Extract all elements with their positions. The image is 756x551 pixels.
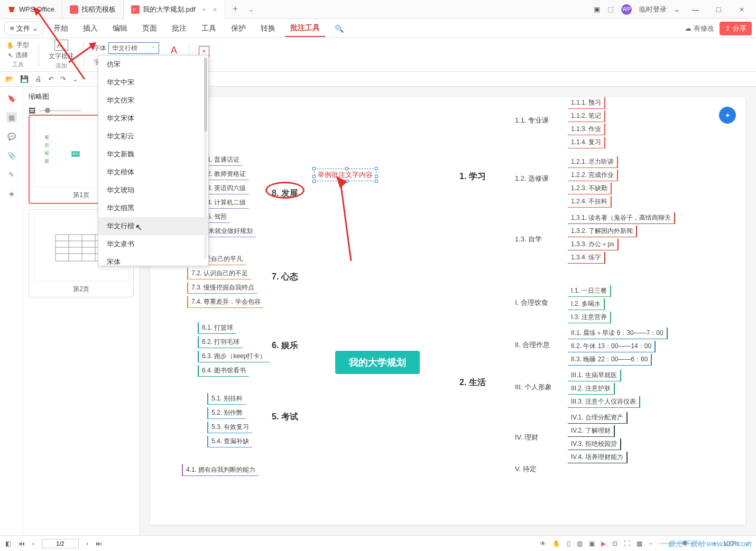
close-button[interactable]: ×: [734, 5, 750, 14]
menu-annotation-tools[interactable]: 批注工具: [285, 20, 325, 37]
font-family-combo[interactable]: 华文行楷 ⌃: [108, 42, 159, 54]
share-label: 分享: [733, 24, 746, 33]
assist-button[interactable]: ✦: [719, 107, 736, 124]
sub-label: 1.2. 选修课: [515, 174, 549, 183]
maximize-button[interactable]: □: [711, 5, 726, 14]
sync-label: 有修改: [694, 24, 714, 33]
leaf: IV.4. 培养理财能力: [568, 452, 628, 463]
last-page-icon[interactable]: ⏭: [96, 540, 102, 547]
tab-document[interactable]: P 我的大学规划.pdf • ×: [124, 0, 225, 19]
menu-tools[interactable]: 工具: [196, 21, 222, 36]
leaf: 7.4. 尊重差异，学会包容: [187, 296, 264, 308]
layout-icon[interactable]: ▣: [594, 5, 600, 13]
topic-6: 6. 娱乐: [272, 340, 298, 351]
open-icon[interactable]: 📂: [5, 75, 14, 83]
chevron-down-icon[interactable]: ⌄: [674, 5, 680, 13]
menu-protect[interactable]: 保护: [226, 21, 251, 36]
prev-page-icon[interactable]: ‹: [32, 540, 34, 547]
menu-convert[interactable]: 转换: [255, 21, 281, 36]
continuous-icon[interactable]: ▥: [577, 540, 583, 547]
topic-7: 7. 心态: [272, 272, 298, 283]
sync-status[interactable]: ☁有修改: [685, 24, 714, 33]
sidebar-toggle-icon[interactable]: ◧: [5, 540, 11, 547]
leaf: 6.4. 图书馆看书: [198, 365, 249, 377]
font-option[interactable]: 华文细黑: [98, 199, 208, 217]
scrollbar[interactable]: [204, 58, 207, 258]
svg-line-14: [69, 45, 93, 62]
sign-icon[interactable]: ✎: [6, 169, 17, 180]
document-canvas[interactable]: ✦ 我的大学规划 8. 发展 7. 心态 6. 娱乐 5. 考试 8.1. 普通…: [140, 87, 756, 535]
arrow-annotation: [325, 176, 356, 266]
first-page-icon[interactable]: ⏮: [19, 540, 25, 547]
leaf: 5.3. 有效复习: [207, 422, 252, 433]
next-page-icon[interactable]: ›: [86, 540, 88, 547]
share-button[interactable]: ⇧分享: [720, 22, 752, 35]
pdf-icon: P: [131, 5, 140, 14]
font-option[interactable]: 华文琥珀: [98, 181, 208, 199]
font-option[interactable]: 仿宋: [98, 55, 208, 73]
view-mode-icon[interactable]: 👁: [540, 540, 546, 547]
leaf: 6.1. 打篮球: [198, 322, 236, 334]
minimize-button[interactable]: —: [687, 5, 703, 14]
menu-edit[interactable]: 编辑: [107, 21, 133, 36]
font-option[interactable]: 宋体: [98, 253, 208, 271]
leaf: 1.3.2. 了解国内外新闻: [568, 226, 637, 237]
page-input[interactable]: [42, 539, 79, 548]
menu-search[interactable]: 🔍: [329, 21, 349, 36]
leaf: IV.2. 了解理财: [568, 425, 615, 437]
chevron-down-icon: ⌃: [151, 45, 155, 51]
sub-label: II. 合理作息: [515, 340, 550, 350]
comments-icon[interactable]: 💬: [6, 131, 17, 142]
tab-menu-chevron[interactable]: ⌄: [248, 5, 254, 13]
menu-comment[interactable]: 批注: [167, 21, 192, 36]
slideshow-icon[interactable]: ▶: [601, 540, 606, 547]
new-tab-button[interactable]: +: [225, 4, 246, 15]
leaf: 1.2.4. 不挂科: [568, 196, 612, 208]
attachment-icon[interactable]: 📎: [6, 150, 17, 161]
mouse-cursor: ↖: [135, 222, 142, 232]
thumbnails-icon[interactable]: ▦: [6, 112, 17, 123]
zoom-out-icon[interactable]: −: [649, 540, 652, 547]
group-label: 工具: [12, 61, 24, 69]
font-option[interactable]: 华文隶书: [98, 235, 208, 253]
leaf: 6.2. 打羽毛球: [198, 337, 243, 348]
font-option[interactable]: 华文中宋: [98, 73, 208, 91]
close-icon[interactable]: ×: [213, 5, 217, 14]
font-dropdown[interactable]: 仿宋华文中宋华文仿宋华文宋体华文彩云华文新魏华文楷体华文琥珀华文细黑华文行楷华文…: [98, 55, 209, 266]
fit-width-icon[interactable]: ⊡: [612, 540, 617, 547]
window-controls: ▣ ⬚ WP 临时登录 ⌄ — □ ×: [594, 4, 756, 15]
cube-icon[interactable]: ⬚: [607, 5, 614, 13]
font-option[interactable]: 华文仿宋: [98, 91, 208, 109]
thumb-label: 第1页: [73, 191, 89, 200]
save-icon[interactable]: 💾: [20, 75, 29, 83]
font-option[interactable]: 华文宋体: [98, 109, 208, 127]
leaf: I.1. 一日三餐: [568, 285, 611, 297]
single-page-icon[interactable]: ▯: [567, 540, 570, 547]
tab-label: 我的大学规划.pdf: [143, 5, 196, 14]
font-option[interactable]: 华文彩云: [98, 127, 208, 145]
leaf: 1.1.4. 复习: [568, 137, 605, 148]
two-page-icon[interactable]: ▣: [589, 540, 595, 547]
fit-page-icon[interactable]: ⛶: [624, 540, 630, 547]
wps-icon: [7, 5, 16, 14]
login-label[interactable]: 临时登录: [639, 5, 667, 14]
layout-icon[interactable]: ▦: [637, 540, 642, 547]
topic-2: 2. 生活: [459, 377, 486, 388]
topic-1: 1. 学习: [459, 171, 486, 182]
avatar[interactable]: WP: [621, 4, 632, 15]
select-label[interactable]: 选择: [15, 51, 28, 60]
leaf: 1.3.4. 练字: [568, 252, 605, 264]
share-icon: ⇧: [725, 24, 731, 32]
leaf: 1.1.3. 作业: [568, 124, 605, 135]
hand-drag-icon[interactable]: ✋: [552, 540, 560, 547]
menu-page[interactable]: 页面: [137, 21, 162, 36]
cursor-icon: ↖: [8, 52, 13, 59]
font-option[interactable]: 华文行楷: [98, 217, 208, 235]
font-option[interactable]: 华文新魏: [98, 145, 208, 163]
bookmark-icon[interactable]: 🔖: [6, 93, 17, 104]
thumb-label: 第2页: [73, 285, 89, 294]
hand-label[interactable]: 手型: [16, 41, 29, 50]
leaf: III.1. 生病早就医: [568, 370, 621, 381]
layers-icon[interactable]: ◈: [6, 188, 17, 199]
font-option[interactable]: 华文楷体: [98, 163, 208, 181]
